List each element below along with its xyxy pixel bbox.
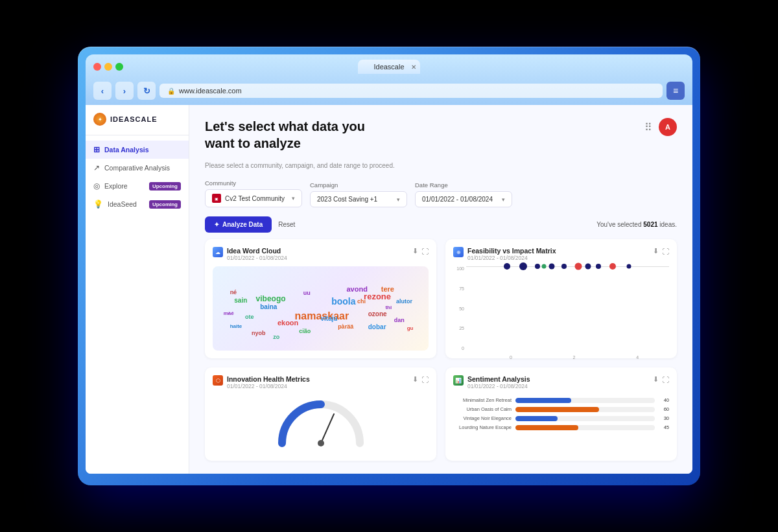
url-text: www.ideascale.com [179,87,242,95]
date-group: Date Range 01/01/2022 - 01/08/2024 ▾ [415,181,512,207]
word-cloud-word: vibeogo [256,294,286,303]
download-icon[interactable]: ⬇ [653,247,659,255]
analyze-button[interactable]: ✦ Analyze Data [205,216,272,233]
word-cloud-word: zo [273,334,279,340]
gauge-area [213,395,429,453]
menu-button[interactable]: ≡ [666,82,685,100]
sentiment-bar-fill [515,425,578,430]
date-select[interactable]: 01/01/2022 - 01/08/2024 ▾ [415,191,512,207]
sentiment-bar-row: Urban Oasis of Calm60 [453,406,669,412]
sentiment-bar-row: Vintage Noir Elegance30 [453,415,669,421]
sidebar-item-label: Explore [104,182,128,190]
date-chevron-icon: ▾ [502,196,505,203]
expand-icon[interactable]: ⛶ [662,376,669,384]
browser-window: Ideascale ✕ ‹ › ↻ 🔒 www.ideascale.com ≡ … [78,47,700,485]
sentiment-bar-fill [515,398,571,403]
sentiment-bar-row: Minimalist Zen Retreat40 [453,397,669,403]
scatter-dot [504,263,510,270]
sentiment-header: 📊 Sentiment Analysis 01/01/2022 - 01/08/… [453,375,669,389]
word-cloud-card: ☁ Idea Word Cloud 01/01/2022 - 01/08/202… [205,239,436,358]
scatter-main [466,266,669,267]
word-cloud-word: baina [260,303,277,310]
community-label: Community [205,179,302,187]
innovation-icon: ⬡ [213,375,223,386]
sidebar: ✦ IDEASCALE ⊞ Data Analysis ↗ Comparativ… [86,105,189,474]
word-cloud-word: boola [331,296,355,306]
sidebar-item-comparative[interactable]: ↗ Comparative Analysis [86,159,189,177]
browser-content: ✦ IDEASCALE ⊞ Data Analysis ↗ Comparativ… [86,105,692,474]
download-icon[interactable]: ⬇ [653,375,659,384]
word-cloud-word: ozone [368,310,387,318]
sentiment-bar-fill [515,416,558,421]
word-cloud-header: ☁ Idea Word Cloud 01/01/2022 - 01/08/202… [213,247,429,261]
community-select[interactable]: ▣ Cv2 Test Community ▾ [205,189,302,207]
scatter-area: 100 75 50 25 0 [453,266,669,351]
sentiment-value: 30 [659,415,669,421]
sidebar-item-data-analysis[interactable]: ⊞ Data Analysis [86,141,189,159]
sentiment-bar-container [515,407,655,412]
browser-chrome: Ideascale ✕ ‹ › ↻ 🔒 www.ideascale.com ≡ [86,54,692,105]
download-icon[interactable]: ⬇ [412,247,418,255]
lock-icon: 🔒 [167,87,175,95]
sentiment-label: Lourding Nature Escape [453,424,512,430]
sentiment-bars: Minimalist Zen Retreat40Urban Oasis of C… [453,395,669,433]
expand-icon[interactable]: ⛶ [662,248,669,255]
campaign-select[interactable]: 2023 Cost Saving +1 ▾ [310,191,407,207]
dots-icon[interactable]: ⠿ [644,121,652,133]
avatar[interactable]: A [659,118,677,136]
word-cloud-word: rezone [364,292,391,301]
maximize-button[interactable] [115,63,123,71]
address-bar[interactable]: 🔒 www.ideascale.com [159,84,663,98]
back-button[interactable]: ‹ [93,82,112,100]
browser-tab[interactable]: Ideascale ✕ [358,60,419,74]
word-cloud-word: sain [234,297,247,304]
sidebar-item-ideaseed[interactable]: 💡 IdeaSeed Upcoming [86,195,189,213]
forward-button[interactable]: › [115,82,134,100]
sidebar-item-explore[interactable]: ◎ Explore Upcoming [86,177,189,195]
title-bar: Ideascale ✕ [93,60,685,74]
svg-line-0 [321,414,334,443]
sentiment-title-area: Sentiment Analysis 01/01/2022 - 01/08/20… [467,375,653,389]
word-cloud-word: thi [385,305,392,310]
close-button[interactable] [93,63,101,71]
word-cloud-word: chi [357,298,366,305]
page-header: Let's select what data you want to analy… [205,118,677,152]
word-cloud-word: cião [299,328,311,334]
scatter-x-labels: 0 2 4 [479,355,669,360]
word-cloud-words: namaskaarboolarezonevibeogoavondterebain… [213,266,429,351]
action-row: ✦ Analyze Data Reset You've selected 502… [205,216,677,233]
word-cloud-word: gu [407,325,414,331]
campaign-value: 2023 Cost Saving +1 [317,196,377,203]
community-chevron-icon: ▾ [292,195,295,202]
scatter-dot [574,263,582,270]
sidebar-item-label: IdeaSeed [108,200,137,208]
minimize-button[interactable] [104,63,112,71]
charts-grid: ☁ Idea Word Cloud 01/01/2022 - 01/08/202… [205,239,677,461]
gauge-svg [269,398,373,450]
refresh-button[interactable]: ↻ [137,82,156,100]
tab-close-icon[interactable]: ✕ [411,64,416,71]
form-row: Community ▣ Cv2 Test Community ▾ Campaig… [205,179,677,207]
word-cloud-word: dan [394,317,405,323]
expand-icon[interactable]: ⛶ [421,376,429,384]
reset-button[interactable]: Reset [278,221,295,228]
scatter-dot [549,264,555,270]
innovation-header: ⬡ Innovation Health Metrics 01/01/2022 -… [213,375,429,389]
main-content: Let's select what data you want to analy… [189,105,692,474]
download-icon[interactable]: ⬇ [412,375,418,384]
sentiment-label: Urban Oasis of Calm [453,406,512,412]
explore-badge: Upcoming [149,182,181,191]
word-cloud-word: ekoon [277,319,298,327]
sidebar-logo: ✦ IDEASCALE [86,113,189,135]
scatter-dot [541,264,546,269]
date-label: Date Range [415,181,512,189]
page-title-area: Let's select what data you want to analy… [205,118,365,152]
feasibility-header: ⊕ Feasibility vs Impact Matrix 01/01/202… [453,247,669,261]
word-cloud-word: vitaju [321,315,338,322]
word-cloud-area: namaskaarboolarezonevibeogoavondterebain… [213,266,429,351]
scatter-dot [609,263,616,270]
page-title: Let's select what data you want to analy… [205,118,365,152]
campaign-label: Campaign [310,181,407,189]
expand-icon[interactable]: ⛶ [421,248,429,255]
selection-info: You've selected 5021 ideas. [596,221,677,228]
